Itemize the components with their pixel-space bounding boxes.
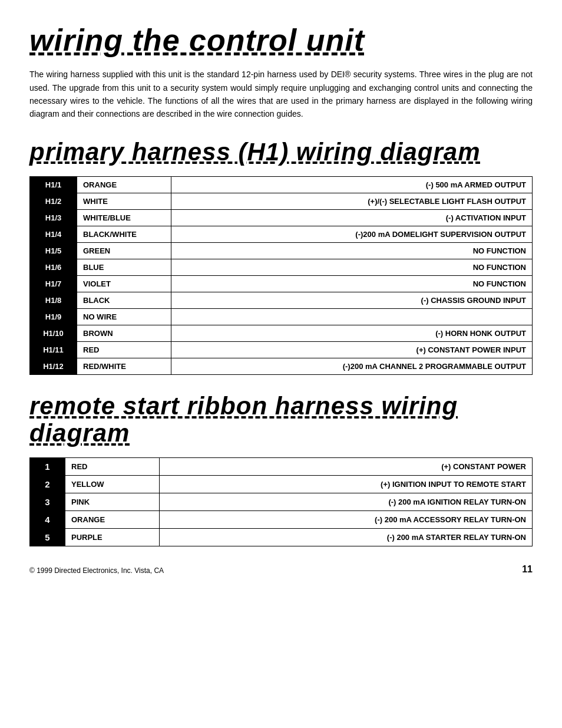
wire-cell: YELLOW [65, 476, 160, 493]
table-row: H1/12RED/WHITE(-)200 mA CHANNEL 2 PROGRA… [30, 358, 533, 374]
pin-cell: H1/11 [30, 341, 77, 358]
wire-cell: PURPLE [65, 529, 160, 546]
pin-cell: H1/1 [30, 176, 77, 193]
page-number: 11 [522, 564, 533, 575]
wire-cell: BLACK/WHITE [77, 226, 171, 242]
table-row: H1/5GREENNO FUNCTION [30, 242, 533, 259]
pin-cell: 5 [30, 529, 65, 546]
table-row: H1/8BLACK(-) CHASSIS GROUND INPUT [30, 292, 533, 308]
wire-cell: WHITE [77, 193, 171, 209]
function-cell: (-) 200 mA IGNITION RELAY TURN-ON [160, 493, 533, 511]
table-row: H1/3WHITE/BLUE(-) ACTIVATION INPUT [30, 209, 533, 226]
function-cell: (-) ACTIVATION INPUT [171, 209, 533, 226]
table-row: H1/11RED(+) CONSTANT POWER INPUT [30, 341, 533, 358]
function-cell: (+) IGNITION INPUT TO REMOTE START [160, 476, 533, 493]
function-cell: (-) 200 mA ACCESSORY RELAY TURN-ON [160, 511, 533, 529]
wire-cell: VIOLET [77, 275, 171, 292]
table-row: 3PINK(-) 200 mA IGNITION RELAY TURN-ON [30, 493, 533, 511]
h1-section-title: primary harness (H1) wiring diagram [29, 139, 533, 166]
function-cell: (-) 200 mA STARTER RELAY TURN-ON [160, 529, 533, 546]
remote-wiring-table: 1RED(+) CONSTANT POWER2YELLOW(+) IGNITIO… [29, 457, 533, 546]
pin-cell: H1/10 [30, 325, 77, 341]
table-row: 5PURPLE(-) 200 mA STARTER RELAY TURN-ON [30, 529, 533, 546]
page-title: wiring the control unit [29, 24, 533, 57]
function-cell: NO FUNCTION [171, 259, 533, 275]
function-cell: (-) CHASSIS GROUND INPUT [171, 292, 533, 308]
footer: © 1999 Directed Electronics, Inc. Vista,… [29, 564, 533, 575]
remote-section-title: remote start ribbon harness wiring diagr… [29, 393, 533, 447]
wire-cell: ORANGE [65, 511, 160, 529]
intro-text: The wiring harness supplied with this un… [29, 68, 533, 121]
pin-cell: H1/5 [30, 242, 77, 259]
wire-cell: BLACK [77, 292, 171, 308]
wire-cell: BROWN [77, 325, 171, 341]
pin-cell: H1/6 [30, 259, 77, 275]
wire-cell: NO WIRE [77, 308, 171, 325]
table-row: H1/7VIOLETNO FUNCTION [30, 275, 533, 292]
function-cell: (-)200 mA CHANNEL 2 PROGRAMMABLE OUTPUT [171, 358, 533, 374]
wire-cell: ORANGE [77, 176, 171, 193]
function-cell: (-) HORN HONK OUTPUT [171, 325, 533, 341]
pin-cell: 3 [30, 493, 65, 511]
pin-cell: H1/2 [30, 193, 77, 209]
h1-wiring-table: H1/1ORANGE(-) 500 mA ARMED OUTPUTH1/2WHI… [29, 176, 533, 375]
function-cell: NO FUNCTION [171, 242, 533, 259]
function-cell: (-)200 mA DOMELIGHT SUPERVISION OUTPUT [171, 226, 533, 242]
footer-copyright: © 1999 Directed Electronics, Inc. Vista,… [29, 566, 164, 575]
pin-cell: H1/4 [30, 226, 77, 242]
pin-cell: 4 [30, 511, 65, 529]
wire-cell: RED [77, 341, 171, 358]
table-row: H1/10BROWN(-) HORN HONK OUTPUT [30, 325, 533, 341]
table-row: H1/1ORANGE(-) 500 mA ARMED OUTPUT [30, 176, 533, 193]
function-cell: (+) CONSTANT POWER [160, 458, 533, 476]
wire-cell: PINK [65, 493, 160, 511]
function-cell: NO FUNCTION [171, 275, 533, 292]
pin-cell: H1/9 [30, 308, 77, 325]
pin-cell: 2 [30, 476, 65, 493]
table-row: 4ORANGE(-) 200 mA ACCESSORY RELAY TURN-O… [30, 511, 533, 529]
wire-cell: RED [65, 458, 160, 476]
table-row: H1/9NO WIRE [30, 308, 533, 325]
function-cell: (+) CONSTANT POWER INPUT [171, 341, 533, 358]
table-row: H1/6BLUENO FUNCTION [30, 259, 533, 275]
wire-cell: BLUE [77, 259, 171, 275]
pin-cell: H1/8 [30, 292, 77, 308]
wire-cell: WHITE/BLUE [77, 209, 171, 226]
table-row: 2YELLOW(+) IGNITION INPUT TO REMOTE STAR… [30, 476, 533, 493]
function-cell: (-) 500 mA ARMED OUTPUT [171, 176, 533, 193]
function-cell [171, 308, 533, 325]
wire-cell: RED/WHITE [77, 358, 171, 374]
pin-cell: 1 [30, 458, 65, 476]
table-row: H1/4BLACK/WHITE(-)200 mA DOMELIGHT SUPER… [30, 226, 533, 242]
pin-cell: H1/12 [30, 358, 77, 374]
wire-cell: GREEN [77, 242, 171, 259]
pin-cell: H1/7 [30, 275, 77, 292]
table-row: 1RED(+) CONSTANT POWER [30, 458, 533, 476]
pin-cell: H1/3 [30, 209, 77, 226]
function-cell: (+)/(-) SELECTABLE LIGHT FLASH OUTPUT [171, 193, 533, 209]
table-row: H1/2WHITE(+)/(-) SELECTABLE LIGHT FLASH … [30, 193, 533, 209]
